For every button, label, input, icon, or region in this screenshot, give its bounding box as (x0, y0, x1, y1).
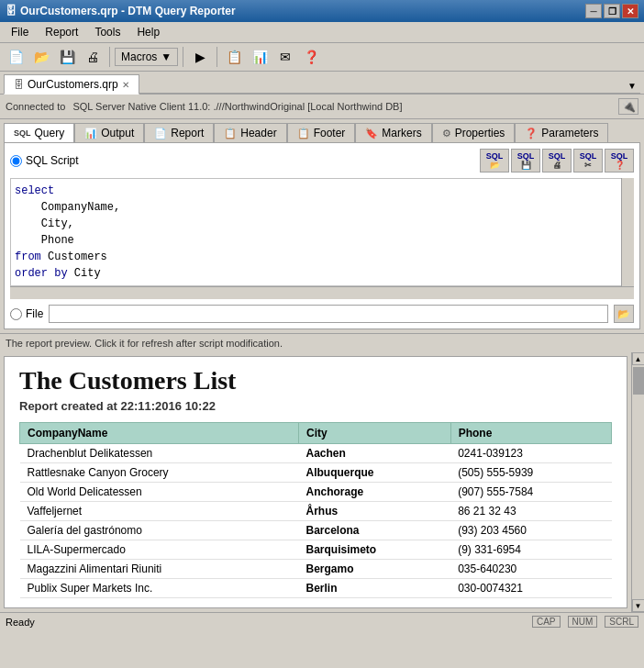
sql-cut-button[interactable]: SQL ✂ (573, 149, 603, 173)
table-cell: Århus (299, 502, 451, 521)
sql-script-row: SQL Script SQL 📂 SQL 💾 SQL 🖨 SQL ✂ (10, 149, 634, 173)
header-icon: 📋 (224, 128, 237, 139)
menubar: File Report Tools Help (0, 22, 644, 43)
sql-script-radio-label[interactable]: SQL Script (10, 154, 79, 167)
document-tabs: 🗄 OurCustomers.qrp ✕ ▼ (0, 72, 644, 95)
sql-action-buttons: SQL 📂 SQL 💾 SQL 🖨 SQL ✂ SQL ❓ (480, 149, 634, 173)
tab-markers[interactable]: 🔖 Markers (355, 123, 431, 142)
preview-scrollbar[interactable]: ▲ ▼ (631, 352, 644, 612)
restore-button[interactable]: ❐ (604, 4, 620, 18)
preview-wrapper: The Customers List Report created at 22:… (0, 352, 644, 612)
run-button[interactable]: ▶ (188, 46, 212, 68)
table-row: LILA-SupermercadoBarquisimeto(9) 331-695… (20, 540, 612, 560)
close-button[interactable]: ✕ (622, 4, 638, 18)
sql-print-button[interactable]: SQL 🖨 (542, 149, 572, 173)
file-label: File (26, 307, 43, 320)
sql-open-button[interactable]: SQL 📂 (480, 149, 509, 173)
report-icon: 📄 (154, 128, 167, 139)
connection-value: SQL Server Native Client 11.0: .///North… (72, 101, 611, 112)
code-editor-scrollbar-h[interactable] (10, 286, 634, 299)
table-cell: Anchorage (299, 483, 451, 502)
macros-label: Macros (121, 50, 157, 63)
connection-properties-button[interactable]: 🔌 (618, 98, 638, 115)
tab-markers-label: Markers (382, 127, 421, 139)
menu-report[interactable]: Report (38, 24, 85, 40)
menu-file[interactable]: File (4, 24, 36, 40)
file-input[interactable] (49, 305, 608, 323)
status-text: Ready (6, 617, 35, 628)
tab-properties[interactable]: ⚙ Properties (432, 123, 516, 142)
table-row: Galería del gastrónomoBarcelona(93) 203 … (20, 521, 612, 540)
tab-query-label: Query (35, 127, 65, 139)
chart-button[interactable]: 📊 (248, 46, 272, 68)
tab-scroll-arrow[interactable]: ▼ (627, 81, 637, 91)
table-row: VaffeljernetÅrhus86 21 32 43 (20, 502, 612, 521)
scroll-thumb[interactable] (633, 367, 644, 395)
separator-1 (109, 47, 110, 67)
file-radio[interactable] (10, 308, 22, 320)
code-editor-scrollbar-v[interactable] (621, 178, 634, 286)
tab-output[interactable]: 📊 Output (74, 123, 144, 142)
minimize-button[interactable]: ─ (585, 4, 602, 18)
table-cell: Rattlesnake Canyon Grocery (20, 463, 299, 483)
menu-tools[interactable]: Tools (87, 24, 128, 40)
window-title: OurCustomers.qrp - DTM Query Reporter (20, 5, 236, 17)
titlebar: 🗄 OurCustomers.qrp - DTM Query Reporter … (0, 0, 644, 22)
parameters-icon: ❓ (525, 128, 538, 139)
properties-icon: ⚙ (442, 128, 451, 139)
table-cell: Albuquerque (299, 463, 451, 483)
sql-script-radio[interactable] (10, 155, 22, 167)
scrl-indicator: SCRL (605, 616, 638, 628)
doc-tab-ourcustomers[interactable]: 🗄 OurCustomers.qrp ✕ (4, 74, 139, 95)
tab-footer[interactable]: 📋 Footer (287, 123, 356, 142)
table-row: Drachenblut DelikatessenAachen0241-03912… (20, 444, 612, 463)
panel-tabs: SQL Query 📊 Output 📄 Report 📋 Header 📋 F… (4, 123, 640, 142)
output-icon: 📊 (84, 128, 97, 139)
tab-query[interactable]: SQL Query (4, 123, 74, 142)
file-browse-button[interactable]: 📂 (614, 305, 634, 323)
main-content: SQL Query 📊 Output 📄 Report 📋 Header 📋 F… (0, 119, 644, 333)
tab-output-label: Output (101, 127, 134, 139)
table-row: Rattlesnake Canyon GroceryAlbuquerque(50… (20, 463, 612, 483)
table-row: Publix Super Markets Inc.Berlin030-00743… (20, 579, 612, 598)
table-cell: (505) 555-5939 (450, 463, 611, 483)
col-header-city: City (299, 423, 451, 444)
tab-parameters[interactable]: ❓ Parameters (515, 123, 608, 142)
footer-icon: 📋 (297, 128, 310, 139)
query-panel: SQL Script SQL 📂 SQL 💾 SQL 🖨 SQL ✂ (4, 142, 640, 329)
save-button[interactable]: 💾 (55, 46, 79, 68)
table-cell: Aachen (299, 444, 451, 463)
tab-header[interactable]: 📋 Header (214, 123, 286, 142)
menu-help[interactable]: Help (129, 24, 167, 40)
table-cell: Drachenblut Delikatessen (20, 444, 299, 463)
help-tb-button[interactable]: ❓ (299, 46, 323, 68)
table-cell: 030-0074321 (450, 579, 611, 598)
scroll-down-arrow[interactable]: ▼ (632, 599, 645, 612)
copy-button[interactable]: 📋 (222, 46, 246, 68)
mail-button[interactable]: ✉ (273, 46, 297, 68)
cap-indicator: CAP (532, 616, 561, 628)
table-cell: Old World Delicatessen (20, 483, 299, 502)
report-preview[interactable]: The Customers List Report created at 22:… (4, 356, 627, 608)
scroll-up-arrow[interactable]: ▲ (632, 352, 645, 365)
sql-help-button[interactable]: SQL ❓ (605, 149, 634, 173)
file-radio-label[interactable]: File (10, 307, 43, 320)
macros-dropdown[interactable]: Macros ▼ (115, 48, 178, 66)
open-button[interactable]: 📂 (29, 46, 53, 68)
table-cell: Vaffeljernet (20, 502, 299, 521)
sql-query-icon: SQL (14, 128, 31, 138)
sql-save-button[interactable]: SQL 💾 (511, 149, 540, 173)
report-title: The Customers List (19, 366, 612, 395)
print-button[interactable]: 🖨 (81, 46, 105, 68)
file-row: File 📂 (10, 305, 634, 323)
code-editor[interactable]: select CompanyName, City, Phone from Cus… (10, 178, 634, 286)
doc-tab-close[interactable]: ✕ (122, 80, 129, 90)
app-icon: 🗄 (6, 5, 17, 17)
new-button[interactable]: 📄 (4, 46, 28, 68)
toolbar: 📄 📂 💾 🖨 Macros ▼ ▶ 📋 📊 ✉ ❓ (0, 43, 644, 72)
tab-report[interactable]: 📄 Report (144, 123, 214, 142)
tab-report-label: Report (171, 127, 204, 139)
tab-header-label: Header (240, 127, 276, 139)
separator-2 (183, 47, 183, 67)
code-editor-wrapper: select CompanyName, City, Phone from Cus… (10, 178, 634, 286)
